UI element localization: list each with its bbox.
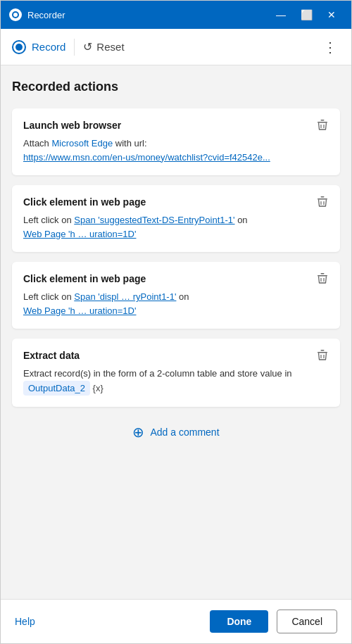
card-body-link2[interactable]: Web Page 'h … uration=1D' (23, 305, 136, 316)
card-body-text: Extract record(s) in the form of a 2-col… (23, 368, 292, 379)
card-header: Launch web browser (23, 120, 329, 137)
delete-card-3-button[interactable] (316, 272, 329, 287)
record-circle-icon (12, 40, 26, 54)
title-bar: Recorder — ⬜ ✕ (1, 1, 351, 29)
card-title: Click element in web page (23, 273, 146, 284)
window-controls: — ⬜ ✕ (270, 4, 343, 26)
record-inner-icon (15, 44, 23, 51)
svg-rect-3 (321, 120, 325, 121)
cancel-button[interactable]: Cancel (277, 610, 337, 633)
card-body-prefix: Left click on (23, 291, 74, 302)
svg-rect-10 (318, 275, 327, 277)
record-label: Record (32, 41, 65, 53)
toolbar-divider (74, 39, 75, 56)
svg-rect-11 (321, 273, 325, 274)
help-link[interactable]: Help (15, 616, 35, 627)
window-title: Recorder (27, 10, 270, 20)
maximize-button[interactable]: ⬜ (295, 4, 318, 26)
card-body-link2[interactable]: Web Page 'h … uration=1D' (23, 229, 136, 239)
delete-card-4-button[interactable] (316, 348, 329, 364)
card-body: Attach Microsoft Edge with url: https://… (23, 137, 329, 164)
card-body-text: Attach Microsoft Edge with url: (23, 138, 147, 149)
svg-rect-14 (318, 352, 327, 353)
more-options-button[interactable]: ⋮ (320, 36, 340, 58)
recorder-window: Recorder — ⬜ ✕ Record ↺ Reset ⋮ Recorded… (0, 0, 352, 644)
card-body-link[interactable]: https://www.msn.com/en-us/money/watchlis… (23, 152, 270, 163)
svg-rect-7 (321, 196, 325, 198)
card-extract-data: Extract data Extract record(s) in the fo… (12, 339, 340, 407)
card-body-link1[interactable]: Span 'suggestedText-DS-EntryPoint1-1' (74, 215, 234, 225)
add-comment-label: Add a comment (150, 427, 219, 438)
reset-label: Reset (96, 41, 124, 53)
card-title: Click element in web page (23, 196, 146, 208)
done-button[interactable]: Done (210, 610, 268, 633)
svg-rect-15 (321, 350, 325, 351)
close-button[interactable]: ✕ (320, 4, 343, 26)
card-launch-web-browser: Launch web browser Attach Microsoft Edge… (12, 108, 340, 175)
card-header: Extract data (23, 350, 329, 367)
card-body-mid: on (235, 215, 248, 225)
output-data-badge[interactable]: OutputData_2 (23, 381, 90, 396)
delete-card-1-button[interactable] (316, 118, 329, 134)
svg-rect-2 (318, 122, 327, 123)
content-area: Recorded actions Launch web browser Atta… (1, 65, 351, 599)
add-comment-icon: ⊕ (132, 425, 144, 439)
record-button[interactable]: Record (12, 40, 65, 54)
reset-button[interactable]: ↺ Reset (83, 40, 124, 53)
card-body: Left click on Span 'suggestedText-DS-Ent… (23, 213, 329, 241)
card-body: Left click on Span 'displ … ryPoint1-1' … (23, 290, 329, 317)
card-header: Click element in web page (23, 273, 329, 290)
add-comment-button[interactable]: ⊕ Add a comment (12, 417, 340, 448)
footer: Help Done Cancel (1, 599, 351, 643)
card-header: Click element in web page (23, 196, 329, 213)
card-title: Launch web browser (23, 120, 121, 131)
card-click-element-2: Click element in web page Left click on … (12, 262, 340, 329)
reset-icon: ↺ (83, 40, 92, 53)
output-var: {x} (90, 383, 103, 393)
minimize-button[interactable]: — (270, 4, 292, 26)
card-click-element-1: Click element in web page Left click on … (12, 185, 340, 252)
app-icon (9, 8, 22, 21)
delete-card-2-button[interactable] (316, 195, 329, 210)
section-title: Recorded actions (12, 80, 340, 94)
svg-rect-6 (318, 198, 327, 200)
card-body-link1[interactable]: Span 'displ … ryPoint1-1' (74, 291, 176, 302)
card-title: Extract data (23, 350, 80, 361)
toolbar: Record ↺ Reset ⋮ (1, 29, 351, 65)
card-body-mid: on (176, 291, 189, 302)
card-body-prefix: Left click on (23, 215, 74, 225)
svg-point-1 (13, 13, 18, 17)
card-body: Extract record(s) in the form of a 2-col… (23, 367, 329, 396)
